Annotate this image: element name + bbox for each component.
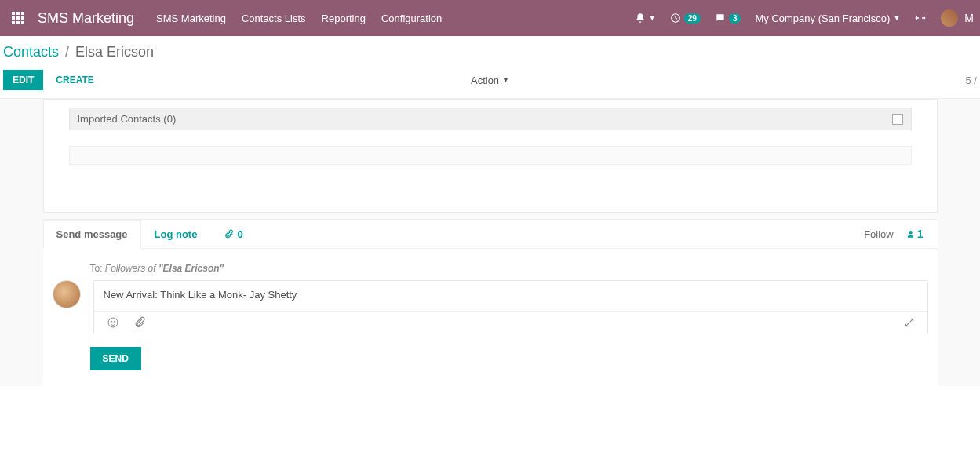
svg-rect-8 <box>21 21 24 24</box>
compose-input[interactable]: New Arrival: Think Like a Monk- Jay Shet… <box>94 281 927 311</box>
nav-configuration[interactable]: Configuration <box>381 13 442 24</box>
caret-down-icon: ▼ <box>893 14 900 22</box>
user-avatar[interactable] <box>941 9 958 27</box>
discuss-icon[interactable]: 3 <box>715 13 741 24</box>
action-bar: EDIT CREATE Action ▼ 5 / <box>0 65 980 99</box>
pager[interactable]: 5 / <box>966 75 977 86</box>
svg-rect-5 <box>21 16 24 20</box>
compose-area: To: Followers of "Elsa Ericson" New Arri… <box>43 249 938 386</box>
compose-to-line: To: Followers of "Elsa Ericson" <box>90 263 928 274</box>
topbar-right: ▼ 29 3 My Company (San Francisco) ▼ M <box>635 9 974 27</box>
text-cursor <box>297 289 297 301</box>
tabs-right: Follow 1 <box>850 228 937 240</box>
send-button[interactable]: SEND <box>90 347 141 370</box>
breadcrumb-current: Elsa Ericson <box>75 44 154 60</box>
activities-badge: 29 <box>684 13 701 24</box>
tab-send-message[interactable]: Send message <box>43 220 141 249</box>
tab-log-note[interactable]: Log note <box>141 220 211 248</box>
followers-number: 1 <box>917 228 924 240</box>
svg-rect-2 <box>21 12 24 15</box>
to-name: "Elsa Ericson" <box>158 263 224 274</box>
empty-list-row <box>69 146 912 165</box>
compose-toolbar <box>94 311 927 334</box>
svg-point-12 <box>114 321 115 322</box>
nav-reporting[interactable]: Reporting <box>322 13 366 24</box>
debug-icon[interactable] <box>914 12 927 24</box>
breadcrumb-parent[interactable]: Contacts <box>3 44 59 60</box>
notifications-icon[interactable]: ▼ <box>635 13 656 24</box>
topbar: SMS Marketing SMS Marketing Contacts Lis… <box>0 0 980 36</box>
company-name: My Company (San Francisco) <box>755 13 890 24</box>
create-button[interactable]: CREATE <box>56 75 93 86</box>
list-header-label: Imported Contacts (0) <box>78 113 177 125</box>
chatter-tabs: Send message Log note 0 Follow 1 <box>43 220 938 249</box>
attach-icon[interactable] <box>133 316 146 329</box>
compose-avatar <box>53 280 81 308</box>
to-prefix: To: <box>90 263 105 274</box>
svg-rect-1 <box>16 12 20 15</box>
svg-rect-3 <box>12 16 15 20</box>
compose-body: New Arrival: Think Like a Monk- Jay Shet… <box>104 289 297 301</box>
attachments-count: 0 <box>237 228 242 240</box>
compose-row: New Arrival: Think Like a Monk- Jay Shet… <box>53 280 928 334</box>
svg-rect-0 <box>12 12 15 15</box>
follow-button[interactable]: Follow <box>864 228 894 240</box>
emoji-icon[interactable] <box>107 316 119 329</box>
paperclip-icon <box>224 229 234 239</box>
main-area: Imported Contacts (0) Send message Log n… <box>0 99 980 386</box>
breadcrumb-separator: / <box>65 44 69 60</box>
svg-rect-4 <box>16 16 20 20</box>
apps-icon[interactable] <box>6 12 30 24</box>
svg-point-11 <box>111 321 111 322</box>
nav-links: SMS Marketing Contacts Lists Reporting C… <box>156 13 442 24</box>
action-label: Action <box>471 75 499 86</box>
svg-rect-6 <box>12 21 15 24</box>
expand-icon[interactable] <box>904 317 915 328</box>
edit-button[interactable]: EDIT <box>3 70 43 90</box>
user-icon <box>906 230 915 239</box>
company-switcher[interactable]: My Company (San Francisco) ▼ <box>755 13 900 24</box>
nav-contacts-lists[interactable]: Contacts Lists <box>242 13 306 24</box>
nav-sms-marketing[interactable]: SMS Marketing <box>156 13 226 24</box>
form-sheet: Imported Contacts (0) <box>43 99 938 213</box>
send-row: SEND <box>90 347 928 370</box>
followers-count[interactable]: 1 <box>906 228 924 240</box>
list-header-row[interactable]: Imported Contacts (0) <box>69 108 912 130</box>
discuss-badge: 3 <box>729 13 741 24</box>
action-dropdown[interactable]: Action ▼ <box>471 75 509 86</box>
user-initial: M <box>964 12 974 24</box>
chatter: Send message Log note 0 Follow 1 To: Fol… <box>43 219 938 386</box>
activities-icon[interactable]: 29 <box>670 13 701 24</box>
breadcrumb: Contacts / Elsa Ericson <box>0 36 980 65</box>
svg-point-10 <box>108 318 118 327</box>
app-title[interactable]: SMS Marketing <box>38 10 134 27</box>
compose-box: New Arrival: Think Like a Monk- Jay Shet… <box>93 280 928 334</box>
tab-attachments[interactable]: 0 <box>210 220 256 248</box>
list-header-checkbox[interactable] <box>892 114 903 125</box>
caret-down-icon: ▼ <box>502 76 509 84</box>
to-followers: Followers of <box>105 263 158 274</box>
svg-rect-7 <box>16 21 20 24</box>
caret-down-icon: ▼ <box>649 14 656 22</box>
